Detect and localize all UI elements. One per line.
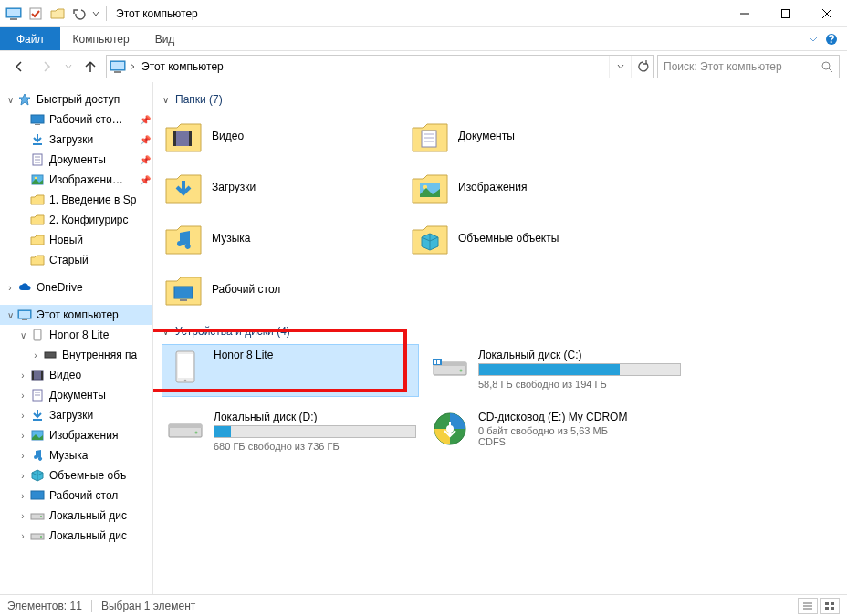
sidebar-item-label: Старый <box>49 254 89 266</box>
pin-icon: 📌 <box>137 155 151 165</box>
sidebar-item-folder[interactable]: ▸Новый <box>0 230 152 250</box>
folder-pictures[interactable]: Изображения <box>409 164 637 210</box>
drive-fs-label: CDFS <box>478 436 681 447</box>
svg-rect-62 <box>437 360 440 364</box>
folder-music[interactable]: Музыка <box>162 215 391 261</box>
sidebar-item-this-pc[interactable]: ∨Этот компьютер <box>0 305 152 325</box>
group-header-drives[interactable]: ∨Устройства и диски (4) <box>162 325 847 338</box>
svg-rect-26 <box>22 319 27 320</box>
drive-free-label: 0 байт свободно из 5,63 МБ <box>478 425 681 436</box>
minimize-button[interactable] <box>724 0 765 27</box>
sidebar-item-desktop[interactable]: ›Рабочий стол <box>0 485 152 506</box>
svg-point-51 <box>424 185 427 189</box>
drive-d[interactable]: Локальный диск (D:) 680 ГБ свободно из 7… <box>162 407 418 458</box>
titlebar: Этот компьютер <box>0 0 847 27</box>
maximize-button[interactable] <box>765 0 806 27</box>
svg-rect-25 <box>19 311 30 318</box>
sidebar-item-quick-access[interactable]: ∨Быстрый доступ <box>0 89 152 110</box>
group-header-folders[interactable]: ∨Папки (7) <box>162 93 847 106</box>
breadcrumb[interactable]: Этот компьютер <box>136 56 229 78</box>
sidebar-item-label: Загрузки <box>49 133 93 146</box>
chevron-down-icon: ∨ <box>162 327 175 337</box>
folder-desktop[interactable]: Рабочий стол <box>162 266 391 312</box>
document-icon <box>29 152 46 167</box>
svg-rect-12 <box>114 71 121 73</box>
sidebar-item-folder[interactable]: ▸2. Конфигурирс <box>0 210 152 230</box>
address-dropdown-icon[interactable] <box>609 56 631 78</box>
sidebar-item-documents[interactable]: ›Документы <box>0 385 152 405</box>
breadcrumb-chevron-icon[interactable] <box>129 63 136 70</box>
this-pc-icon <box>4 4 24 24</box>
sidebar-item-pictures[interactable]: ▸Изображени…📌 <box>0 170 152 190</box>
drive-c[interactable]: Локальный диск (C:) 58,8 ГБ свободно из … <box>427 345 683 396</box>
sidebar-item-onedrive[interactable]: ›OneDrive <box>0 277 152 298</box>
recent-dropdown[interactable] <box>62 55 75 78</box>
video-icon <box>29 368 46 382</box>
sidebar-item-honor[interactable]: ∨Honor 8 Lite <box>0 325 152 345</box>
ribbon-tabs: Файл Компьютер Вид ? <box>0 27 847 51</box>
ribbon-expand-icon[interactable] <box>809 35 818 44</box>
music-folder-icon <box>162 217 204 259</box>
sidebar-item-3d-objects[interactable]: ›Объемные объ <box>0 465 152 485</box>
drive-honor[interactable]: Honor 8 Lite <box>162 345 418 396</box>
sidebar-item-pictures[interactable]: ›Изображения <box>0 425 152 445</box>
checkbox-icon[interactable] <box>26 4 46 24</box>
new-folder-icon[interactable] <box>47 4 68 24</box>
refresh-button[interactable] <box>631 56 653 78</box>
drive-label: Локальный диск (D:) <box>214 411 416 423</box>
tab-computer[interactable]: Компьютер <box>60 27 142 50</box>
folder-documents[interactable]: Документы <box>409 113 637 159</box>
navigation-bar: Этот компьютер Поиск: Этот компьютер <box>0 51 847 82</box>
tab-file[interactable]: Файл <box>0 27 60 50</box>
folder-label: Рабочий стол <box>212 283 280 296</box>
sidebar-item-downloads[interactable]: ▸Загрузки📌 <box>0 130 152 150</box>
drive-label: Локальный диск (C:) <box>478 349 681 361</box>
download-icon <box>29 132 46 147</box>
drive-free-label: 58,8 ГБ свободно из 194 ГБ <box>478 379 681 390</box>
back-button[interactable] <box>7 55 31 78</box>
folder-videos[interactable]: Видео <box>162 113 391 159</box>
3d-folder-icon <box>409 217 451 259</box>
help-icon[interactable]: ? <box>825 33 838 46</box>
close-button[interactable] <box>806 0 847 27</box>
tab-view[interactable]: Вид <box>142 27 188 50</box>
picture-icon <box>29 428 46 443</box>
sidebar-item-drive-c[interactable]: ›Локальный дис <box>0 506 152 526</box>
forward-button[interactable] <box>35 55 58 78</box>
details-view-button[interactable] <box>798 598 818 614</box>
address-bar[interactable]: Этот компьютер <box>106 55 654 78</box>
window-title: Этот компьютер <box>116 7 198 20</box>
sidebar-item-label: Быстрый доступ <box>37 93 120 106</box>
sidebar-item-label: 2. Конфигурирс <box>49 214 129 226</box>
sidebar-item-videos[interactable]: ›Видео <box>0 365 152 385</box>
svg-rect-38 <box>31 491 44 499</box>
this-pc-icon <box>16 308 33 322</box>
drive-cd[interactable]: CD-дисковод (E:) My CDROM 0 байт свободн… <box>427 407 683 458</box>
sidebar-item-internal-storage[interactable]: ›Внутренняя па <box>0 345 152 365</box>
icons-view-button[interactable] <box>820 598 840 614</box>
sidebar-item-documents[interactable]: ▸Документы📌 <box>0 150 152 170</box>
svg-rect-61 <box>434 360 436 364</box>
folder-downloads[interactable]: Загрузки <box>162 164 391 210</box>
drive-icon <box>164 411 206 447</box>
qat-dropdown-icon[interactable] <box>91 4 100 24</box>
star-icon <box>16 92 33 107</box>
svg-line-14 <box>829 68 832 72</box>
sidebar-item-drive-d[interactable]: ›Локальный дис <box>0 526 152 546</box>
folder-label: Объемные объекты <box>458 232 559 245</box>
sidebar-item-music[interactable]: ›Музыка <box>0 445 152 465</box>
up-button[interactable] <box>78 55 102 78</box>
sidebar-item-folder[interactable]: ▸Старый <box>0 250 152 270</box>
sidebar-item-desktop[interactable]: ▸Рабочий сто…📌 <box>0 110 152 130</box>
sidebar-item-label: Новый <box>49 234 83 246</box>
status-elements: Элементов: 11 <box>7 600 82 612</box>
this-pc-icon <box>107 60 129 73</box>
search-input[interactable]: Поиск: Этот компьютер <box>657 55 840 78</box>
sidebar-item-folder[interactable]: ▸1. Введение в Sp <box>0 190 152 210</box>
svg-rect-2 <box>10 18 17 20</box>
folder-3d-objects[interactable]: Объемные объекты <box>409 215 637 261</box>
sidebar-item-label: OneDrive <box>37 281 83 294</box>
sidebar-item-downloads[interactable]: ›Загрузки <box>0 405 152 425</box>
undo-icon[interactable] <box>69 4 89 24</box>
svg-rect-64 <box>169 424 202 428</box>
